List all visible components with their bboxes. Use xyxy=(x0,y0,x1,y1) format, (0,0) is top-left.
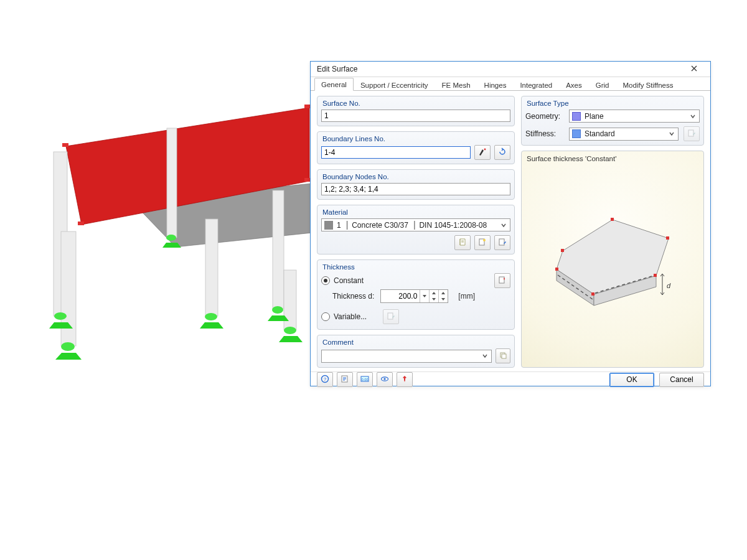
thickness-d-input[interactable] xyxy=(381,291,420,302)
material-new-button[interactable] xyxy=(474,235,491,250)
thickness-d-unit: [mm] xyxy=(458,292,475,301)
chevron-down-icon xyxy=(480,350,490,362)
step-down-icon[interactable] xyxy=(439,296,448,302)
svg-text:?: ? xyxy=(324,376,327,382)
stiffness-value: Standard xyxy=(585,129,667,138)
svg-point-22 xyxy=(284,327,296,334)
thickness-variable-label: Variable... xyxy=(334,312,367,321)
chevron-down-icon[interactable] xyxy=(420,290,429,302)
svg-point-12 xyxy=(54,312,67,320)
svg-marker-17 xyxy=(55,353,82,360)
boundary-lines-input[interactable] xyxy=(321,146,471,159)
svg-rect-40 xyxy=(611,218,614,221)
svg-rect-2 xyxy=(62,143,68,147)
thickness-constant-label: Constant xyxy=(334,276,364,285)
plane-swatch-icon xyxy=(572,112,581,121)
svg-point-49 xyxy=(383,378,385,380)
spin-down-icon[interactable] xyxy=(430,296,438,302)
edit-surface-dialog: Edit Surface General Support / Eccentric… xyxy=(310,61,711,386)
close-button[interactable] xyxy=(680,62,708,77)
view-button[interactable] xyxy=(377,372,393,387)
tab-bar: General Support / Eccentricity FE Mesh H… xyxy=(311,77,710,91)
svg-rect-31 xyxy=(502,354,506,358)
group-boundary-nodes: Boundary Nodes No. xyxy=(317,169,515,200)
svg-point-24 xyxy=(484,148,486,150)
thickness-d-label: Thickness d: xyxy=(332,292,374,301)
stack-icon xyxy=(499,351,507,362)
units-icon: 0.00 xyxy=(360,375,369,385)
geometry-value: Plane xyxy=(585,112,688,121)
material-edit-button[interactable] xyxy=(494,235,510,250)
svg-rect-36 xyxy=(555,268,558,271)
svg-point-20 xyxy=(272,306,283,314)
step-up-icon[interactable] xyxy=(439,290,448,296)
svg-point-26 xyxy=(483,239,486,241)
group-title: Surface Type xyxy=(525,99,700,110)
ok-button[interactable]: OK xyxy=(609,373,654,387)
notes-button[interactable] xyxy=(337,372,353,387)
chevron-down-icon xyxy=(688,110,698,122)
thickness-preview: Surface thickness 'Constant' d xyxy=(521,151,704,368)
svg-point-16 xyxy=(61,342,75,351)
standard-swatch-icon xyxy=(572,129,581,138)
spin-up-icon[interactable] xyxy=(430,290,438,296)
book-icon xyxy=(458,238,467,248)
slab-preview-icon: d xyxy=(538,201,687,325)
group-title: Surface No. xyxy=(321,99,510,110)
svg-rect-5 xyxy=(78,222,84,225)
tab-hinges[interactable]: Hinges xyxy=(477,78,514,91)
surface-no-input[interactable] xyxy=(321,110,510,122)
thickness-pick-button[interactable] xyxy=(494,273,510,288)
tab-general[interactable]: General xyxy=(314,78,354,91)
group-title: Boundary Nodes No. xyxy=(321,172,510,183)
picker-icon xyxy=(478,147,487,158)
tab-axes[interactable]: Axes xyxy=(559,78,589,91)
tab-integrated[interactable]: Integrated xyxy=(513,78,559,91)
geometry-select[interactable]: Plane xyxy=(569,110,700,123)
svg-rect-7 xyxy=(167,128,177,238)
svg-rect-29 xyxy=(388,313,393,319)
dialog-title: Edit Surface xyxy=(317,65,357,73)
material-library-button[interactable] xyxy=(454,235,471,250)
svg-rect-39 xyxy=(666,236,669,240)
close-icon xyxy=(691,65,697,73)
svg-rect-10 xyxy=(273,190,284,309)
svg-rect-8 xyxy=(61,231,76,346)
material-swatch-icon xyxy=(324,221,333,230)
cancel-button[interactable]: Cancel xyxy=(659,373,704,387)
svg-point-18 xyxy=(205,313,217,320)
comment-combo[interactable] xyxy=(321,350,492,363)
tab-modify-stiff[interactable]: Modify Stiffness xyxy=(616,78,680,91)
edit-icon xyxy=(687,129,696,139)
tab-grid[interactable]: Grid xyxy=(589,78,616,91)
new-icon xyxy=(478,238,487,248)
group-material: Material 1 │ Concrete C30/37 │ DIN 1045-… xyxy=(317,205,515,254)
edit-list-icon xyxy=(498,238,507,248)
material-select[interactable]: 1 │ Concrete C30/37 │ DIN 1045-1:2008-08 xyxy=(321,218,510,231)
group-surface-no: Surface No. xyxy=(317,96,515,126)
group-comment: Comment xyxy=(317,335,515,368)
tab-support-ecc[interactable]: Support / Eccentricity xyxy=(354,78,435,91)
boundary-nodes-input[interactable] xyxy=(321,183,510,195)
tab-fe-mesh[interactable]: FE Mesh xyxy=(435,78,477,91)
thickness-constant-radio[interactable] xyxy=(321,276,330,285)
preview-caption: Surface thickness 'Constant' xyxy=(527,155,698,162)
units-button[interactable]: 0.00 xyxy=(357,372,373,387)
comment-library-button[interactable] xyxy=(496,348,510,363)
thickness-d-spinner[interactable] xyxy=(380,289,448,303)
toggle-lines-button[interactable] xyxy=(494,145,510,160)
svg-marker-19 xyxy=(200,322,223,329)
help-icon: ? xyxy=(321,375,329,385)
geometry-label: Geometry: xyxy=(525,112,564,121)
pick-lines-button[interactable] xyxy=(474,145,491,160)
pin-button[interactable] xyxy=(397,372,413,387)
notes-icon xyxy=(341,375,349,385)
thickness-variable-radio[interactable] xyxy=(321,312,330,321)
stiffness-select[interactable]: Standard xyxy=(569,128,679,141)
stiffness-edit-button[interactable] xyxy=(684,126,700,141)
thickness-variable-edit-button[interactable] xyxy=(383,309,399,324)
eye-icon xyxy=(380,375,389,385)
group-title: Thickness xyxy=(321,263,510,273)
edit-icon xyxy=(387,312,395,322)
help-button[interactable]: ? xyxy=(317,372,333,387)
